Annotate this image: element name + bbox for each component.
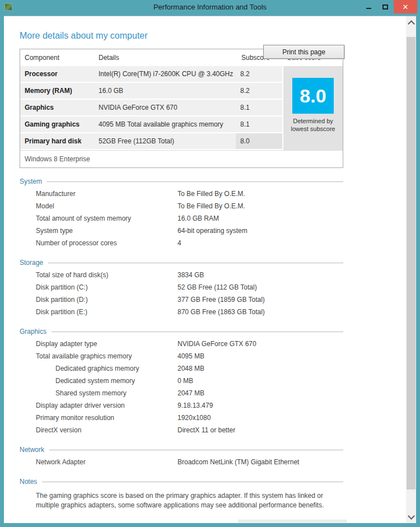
row-details: 52GB Free (112GB Total) bbox=[99, 133, 236, 149]
close-button[interactable]: ✕ bbox=[394, 0, 417, 13]
section-graphics: Graphics Display adapter type NVIDIA GeF… bbox=[20, 325, 343, 436]
detail-label: Dedicated graphics memory bbox=[55, 362, 178, 375]
row-subscore: 8.1 bbox=[236, 116, 282, 132]
section-title-network: Network bbox=[20, 446, 44, 454]
row-details: NVIDIA GeForce GTX 670 bbox=[99, 100, 236, 115]
detail-row: Disk partition (D:) 377 GB Free (1859 GB… bbox=[20, 293, 343, 306]
detail-row: Disk partition (E:) 870 GB Free (1863 GB… bbox=[20, 306, 343, 318]
maximize-button[interactable] bbox=[377, 0, 394, 13]
window-controls: ✕ bbox=[360, 0, 417, 13]
detail-value: 0 MB bbox=[178, 375, 193, 387]
print-this-page-button[interactable]: Print this page bbox=[263, 45, 344, 59]
row-component: Memory (RAM) bbox=[20, 83, 99, 99]
table-row-primary-hard-disk: Primary hard disk 52GB Free (112GB Total… bbox=[20, 133, 282, 149]
section-system: System Manufacturer To Be Filled By O.E.… bbox=[20, 175, 343, 249]
scrollbar-thumb[interactable] bbox=[407, 37, 416, 489]
detail-value: 3834 GB bbox=[178, 269, 204, 281]
score-table-body: Processor Intel(R) Core(TM) i7-2600K CPU… bbox=[20, 66, 343, 150]
page-title: More details about my computer bbox=[20, 31, 343, 41]
header-component: Component bbox=[20, 49, 99, 66]
detail-row: Primary monitor resolution 1920x1080 bbox=[20, 412, 343, 424]
row-component: Processor bbox=[20, 66, 99, 82]
detail-label: Primary monitor resolution bbox=[36, 412, 178, 424]
detail-value: 16.0 GB RAM bbox=[178, 212, 219, 225]
section-divider bbox=[49, 450, 343, 450]
window-title: Performance Information and Tools bbox=[0, 0, 420, 15]
table-row-processor: Processor Intel(R) Core(TM) i7-2600K CPU… bbox=[20, 66, 282, 82]
row-component: Primary hard disk bbox=[20, 133, 99, 149]
detail-label: Total amount of system memory bbox=[36, 212, 178, 225]
detail-row: Display adapter driver version 9.18.13.4… bbox=[20, 399, 343, 412]
detail-row: Total size of hard disk(s) 3834 GB bbox=[20, 269, 343, 281]
row-details: 16.0 GB bbox=[99, 83, 236, 99]
row-subscore: 8.0 bbox=[236, 133, 282, 149]
header-details: Details bbox=[99, 49, 237, 66]
detail-value: DirectX 11 or better bbox=[178, 424, 235, 436]
row-subscore: 8.2 bbox=[236, 66, 282, 82]
detail-label: DirectX version bbox=[36, 424, 178, 436]
scroll-up-button[interactable] bbox=[406, 17, 416, 27]
detail-row: Manufacturer To Be Filled By O.E.M. bbox=[20, 188, 343, 200]
section-divider bbox=[48, 263, 343, 263]
detail-row: Dedicated graphics memory 2048 MB bbox=[20, 362, 343, 375]
detail-label: Total size of hard disk(s) bbox=[36, 269, 178, 281]
detail-value: 4095 MB bbox=[178, 350, 204, 362]
detail-value: To Be Filled By O.E.M. bbox=[178, 200, 245, 212]
section-title-system: System bbox=[20, 178, 42, 185]
base-score-caption: Determined by lowest subscore bbox=[283, 117, 343, 133]
detail-value: 64-bit operating system bbox=[178, 225, 248, 237]
detail-row: Total available graphics memory 4095 MB bbox=[20, 350, 343, 362]
table-row-gaming-graphics: Gaming graphics 4095 MB Total available … bbox=[20, 116, 282, 132]
scroll-down-button[interactable] bbox=[406, 512, 416, 522]
detail-label: Shared system memory bbox=[55, 387, 178, 399]
detail-label: Dedicated system memory bbox=[55, 375, 178, 387]
detail-label: Model bbox=[36, 200, 178, 212]
detail-label: Disk partition (D:) bbox=[36, 293, 178, 306]
section-title-graphics: Graphics bbox=[20, 328, 46, 335]
detail-row: Network Adapter Broadcom NetLink (TM) Gi… bbox=[20, 456, 343, 468]
performance-info-window: Performance Information and Tools ✕ More… bbox=[0, 0, 420, 527]
detail-label: Display adapter type bbox=[36, 338, 178, 350]
horizontal-scrollbar[interactable] bbox=[238, 520, 347, 523]
section-divider bbox=[42, 482, 343, 482]
chevron-down-icon bbox=[408, 512, 415, 520]
base-score-badge: 8.0 bbox=[292, 78, 334, 114]
detail-label: Number of processor cores bbox=[36, 237, 178, 249]
row-subscore: 8.2 bbox=[236, 83, 282, 99]
detail-row: Model To Be Filled By O.E.M. bbox=[20, 200, 343, 212]
row-subscore: 8.1 bbox=[236, 100, 282, 115]
close-icon: ✕ bbox=[403, 3, 409, 11]
detail-value: 2048 MB bbox=[178, 362, 204, 375]
titlebar: Performance Information and Tools ✕ bbox=[0, 0, 420, 15]
section-notes: Notes The gaming graphics score is based… bbox=[20, 475, 343, 510]
detail-row: Display adapter type NVIDIA GeForce GTX … bbox=[20, 338, 343, 350]
minimize-icon bbox=[366, 8, 371, 9]
row-component: Gaming graphics bbox=[20, 116, 99, 132]
detail-value: 4 bbox=[178, 237, 181, 249]
section-network: Network Network Adapter Broadcom NetLink… bbox=[20, 444, 343, 468]
detail-value: 2047 MB bbox=[178, 387, 204, 399]
vertical-scrollbar[interactable] bbox=[406, 16, 416, 523]
notes-paragraph: The gaming graphics score is based on th… bbox=[36, 491, 343, 510]
chevron-up-icon bbox=[408, 20, 415, 27]
detail-value: NVIDIA GeForce GTX 670 bbox=[178, 338, 256, 350]
section-title-notes: Notes bbox=[20, 478, 37, 486]
row-details: Intel(R) Core(TM) i7-2600K CPU @ 3.40GHz bbox=[99, 66, 236, 82]
content-area: More details about my computer Print thi… bbox=[4, 16, 416, 523]
table-row-memory: Memory (RAM) 16.0 GB 8.2 bbox=[20, 83, 282, 99]
detail-label: Display adapter driver version bbox=[36, 399, 178, 412]
os-edition-label: Windows 8 Enterprise bbox=[20, 150, 343, 167]
base-score-column: 8.0 Determined by lowest subscore bbox=[283, 66, 343, 150]
detail-value: 52 GB Free (112 GB Total) bbox=[178, 281, 257, 293]
maximize-icon bbox=[382, 4, 388, 10]
minimize-button[interactable] bbox=[360, 0, 377, 13]
section-storage: Storage Total size of hard disk(s) 3834 … bbox=[20, 256, 343, 318]
detail-row: Dedicated system memory 0 MB bbox=[20, 375, 343, 387]
detail-value: 1920x1080 bbox=[178, 412, 211, 424]
section-divider bbox=[47, 181, 343, 182]
detail-row: Number of processor cores 4 bbox=[20, 237, 343, 249]
detail-row: DirectX version DirectX 11 or better bbox=[20, 424, 343, 436]
detail-row: Shared system memory 2047 MB bbox=[20, 387, 343, 399]
row-component: Graphics bbox=[20, 100, 99, 115]
detail-label: Network Adapter bbox=[36, 456, 178, 468]
